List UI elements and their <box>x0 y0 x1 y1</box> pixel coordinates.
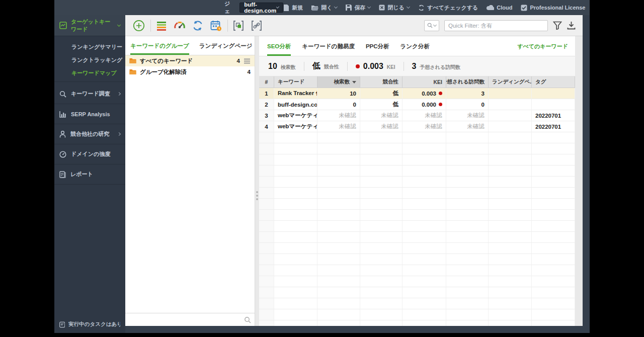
table-row-empty <box>259 143 575 154</box>
table-row-empty <box>259 287 575 298</box>
tab-seo-analysis[interactable]: SEO分析 <box>267 43 291 56</box>
cloud-button[interactable]: Cloud <box>487 5 512 11</box>
cell-visits: 3 <box>446 88 489 99</box>
col-header-landing-page[interactable]: ランディングペ... <box>489 76 532 88</box>
stat-searches: 10 検索数 <box>268 62 296 71</box>
panel-splitter[interactable] <box>255 36 259 326</box>
sidebar-item-serp-analysis[interactable]: SERP Analysis <box>54 104 125 124</box>
table-row-empty <box>259 210 575 221</box>
sidebar-section-target-keywords[interactable]: ターゲットキーワード <box>54 15 125 36</box>
col-header-competition[interactable]: 競合性 <box>360 76 403 88</box>
topbar: プロジェクト： buff-design.com 新規 開く 保存 閉じる すべて <box>54 0 590 15</box>
toolbar <box>125 15 583 36</box>
close-project-button[interactable]: 閉じる <box>379 4 410 12</box>
new-project-button[interactable]: 新規 <box>283 4 303 12</box>
assign-landing-page-button[interactable] <box>250 19 263 32</box>
cell-tag <box>532 99 575 110</box>
groups-search-input[interactable] <box>129 316 244 323</box>
table-row-empty <box>259 243 575 254</box>
cell-landing <box>489 110 532 121</box>
difficulty-gauge-button[interactable] <box>173 19 186 32</box>
search-icon <box>244 316 251 323</box>
col-header-expected-visits[interactable]: 予想される訪問数 <box>446 76 489 88</box>
content-area: キーワードのグループ ランディングページ すべてのキーワード 4 グループ化解除… <box>125 15 583 326</box>
quick-filter-scope-select[interactable] <box>424 20 439 31</box>
sidebar-item-domain-strength[interactable]: ドメインの強度 <box>54 144 125 164</box>
search-icon <box>427 23 433 28</box>
cell-num: 4 <box>259 121 274 132</box>
cell-competition: 低 <box>360 99 403 110</box>
scheduler-button[interactable] <box>209 19 222 32</box>
cell-visits: 未確認 <box>446 110 489 121</box>
sidebar-item-competitor-research[interactable]: 競合他社の研究 <box>54 124 125 144</box>
chevron-down-icon <box>276 5 279 8</box>
copy-keywords-button[interactable] <box>232 19 245 32</box>
calendar-alert-icon <box>210 20 222 31</box>
table-row-empty <box>259 276 575 287</box>
cell-landing <box>489 99 532 110</box>
tab-landing-pages[interactable]: ランディングページ <box>199 42 253 55</box>
folder-icon <box>129 69 136 75</box>
table-row-empty <box>259 199 575 210</box>
cell-num: 2 <box>259 99 274 110</box>
tab-ppc-analysis[interactable]: PPC分析 <box>366 43 389 56</box>
kei-dot <box>439 103 442 106</box>
quick-filter-input[interactable] <box>444 20 548 31</box>
table-row[interactable]: 1Rank Tracker 使い10低0.0033 <box>259 88 575 99</box>
sidebar-item-rank-tracking[interactable]: ランクトラッキング <box>54 53 125 66</box>
table-row[interactable]: 3webマーケティング未確認未確認未確認未確認20220701 <box>259 110 575 121</box>
search-icon <box>59 91 66 98</box>
kei-dot <box>439 92 442 95</box>
sidebar-item-reports[interactable]: レポート <box>54 164 125 185</box>
group-item-ungrouped[interactable]: グループ化解除済 4 <box>125 66 255 77</box>
tab-keyword-difficulty[interactable]: キーワードの難易度 <box>302 43 355 56</box>
save-project-button[interactable]: 保存 <box>346 4 370 12</box>
col-header-kei[interactable]: KEI <box>403 76 446 88</box>
add-keywords-button[interactable] <box>132 19 145 32</box>
keyword-list-button[interactable] <box>155 19 168 32</box>
vertical-scrollbar[interactable] <box>575 36 583 326</box>
table-row-empty <box>259 188 575 199</box>
filter-funnel-icon[interactable] <box>553 21 562 30</box>
cell-searches: 未確認 <box>317 121 360 132</box>
license-badge[interactable]: Professional License <box>521 5 585 11</box>
keyword-table-body: 1Rank Tracker 使い10低0.00332buff-design.co… <box>259 88 575 326</box>
download-icon[interactable] <box>567 21 576 30</box>
open-project-button[interactable]: 開く <box>311 4 337 12</box>
check-all-button[interactable]: すべてチェックする <box>418 4 478 12</box>
table-row[interactable]: 2buff-design.com0低0.0000 <box>259 99 575 110</box>
refresh-blue-icon <box>192 20 203 31</box>
sidebar-item-ranking-summary[interactable]: ランキングサマリー <box>54 40 125 53</box>
tab-keyword-groups[interactable]: キーワードのグループ <box>130 42 189 55</box>
sidebar-item-keyword-map[interactable]: キーワードマップ <box>54 66 125 79</box>
person-icon <box>59 131 66 138</box>
col-header-searches[interactable]: 検索数 <box>317 76 360 88</box>
chevron-down-icon <box>433 23 437 26</box>
target-keywords-icon <box>59 22 67 29</box>
quick-filter-area <box>424 20 576 31</box>
table-row-empty <box>259 132 575 143</box>
tab-rank-analysis[interactable]: ランク分析 <box>400 43 430 56</box>
col-header-num[interactable]: # <box>259 76 274 88</box>
task-status[interactable]: 実行中のタスクはありま <box>54 321 125 328</box>
scope-all-keywords-link[interactable]: すべてのキーワード <box>517 43 568 56</box>
stat-expected-visits: 3 予想される訪問数 <box>412 62 461 71</box>
toolbar-separator <box>150 20 151 32</box>
group-item-all-keywords[interactable]: すべてのキーワード 4 <box>125 55 255 66</box>
col-header-keyword[interactable]: キーワード <box>274 76 317 88</box>
update-data-button[interactable] <box>191 19 204 32</box>
app-window: プロジェクト： buff-design.com 新規 開く 保存 閉じる すべて <box>54 0 590 333</box>
group-menu-icon[interactable] <box>244 58 251 64</box>
project-select[interactable]: buff-design.com <box>239 3 283 13</box>
analysis-tabs: SEO分析 キーワードの難易度 PPC分析 ランク分析 すべてのキーワード <box>259 36 575 56</box>
table-row-empty <box>259 154 575 165</box>
col-header-tags[interactable]: タグ <box>532 76 575 88</box>
cell-competition: 低 <box>360 88 403 99</box>
chevron-down-icon <box>117 23 121 26</box>
table-row-empty <box>259 309 575 320</box>
sidebar-item-keyword-research[interactable]: キーワード調査 <box>54 84 125 104</box>
table-row[interactable]: 4webマーケティング未確認未確認未確認未確認20220701 <box>259 121 575 132</box>
cell-tag: 20220701 <box>532 110 575 121</box>
stat-competition: 低 競合性 <box>312 61 339 71</box>
open-folder-icon <box>311 5 318 11</box>
